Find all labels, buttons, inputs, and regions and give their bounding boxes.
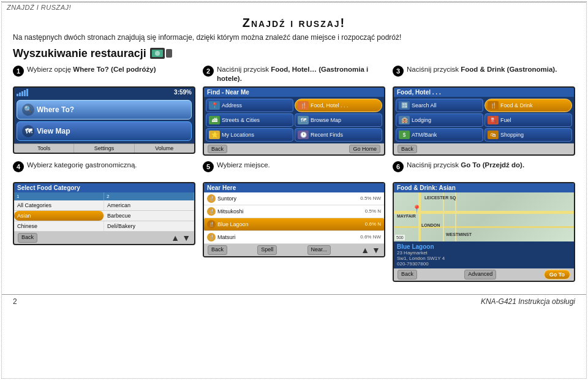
screen5-near-btn[interactable]: Near...: [307, 245, 331, 255]
barbecue-cell[interactable]: Barbecue: [104, 211, 194, 221]
where-to-btn[interactable]: 🔍 Where To?: [17, 100, 192, 120]
screen3-title: Food, Hotel . . .: [394, 88, 574, 97]
near-row-4[interactable]: 🍴 Matsuri 0.6% NW: [204, 231, 384, 244]
view-map-icon: 🗺: [22, 125, 34, 137]
screen-1: 3:59% 🔍 Where To? 🗺 View Map Tools: [13, 86, 195, 154]
go-to-btn[interactable]: Go To: [544, 270, 570, 279]
step-1-text: Wybierz opcję Where To? (Cel podróży): [27, 65, 156, 75]
map-scale: 500: [395, 235, 405, 240]
screen2-go-home-btn[interactable]: Go Home: [349, 145, 380, 153]
step-3-num: 3: [393, 66, 404, 77]
fuel-icon: ⛽: [488, 116, 499, 124]
map-label-westminster: WESTMINST: [446, 232, 472, 237]
svg-point-3: [155, 51, 160, 56]
recent-finds-icon: 🕐: [298, 131, 309, 139]
screen4-scroll-up[interactable]: ▲: [171, 233, 179, 243]
deli-bakery-cell[interactable]: Deli/Bakery: [104, 221, 194, 231]
settings-btn[interactable]: Settings: [74, 144, 134, 153]
my-locations-btn[interactable]: ⭐ My Locations: [206, 128, 293, 142]
lodging-btn[interactable]: 🏨 Lodging: [396, 113, 483, 127]
view-map-btn[interactable]: 🗺 View Map: [17, 121, 192, 141]
cat-row-1: All Categories American: [14, 200, 194, 211]
near-icon-4: 🍴: [207, 233, 216, 241]
screen4-back-btn[interactable]: Back: [18, 233, 37, 243]
lodging-icon: 🏨: [399, 116, 410, 124]
screen6-back-btn[interactable]: Back: [398, 270, 417, 279]
main-content: Znajdź i ruszaj! Na następnych dwóch str…: [2, 12, 586, 292]
volume-btn[interactable]: Volume: [135, 144, 194, 153]
screen1-toolbar: Tools Settings Volume: [14, 143, 194, 153]
step-6: 6 Naciśnij przycisk Go To (Przejdź do). …: [393, 161, 575, 282]
fuel-btn[interactable]: ⛽ Fuel: [484, 113, 572, 127]
screen5-scroll-up[interactable]: ▲: [361, 245, 369, 255]
step-4-num: 4: [13, 161, 24, 172]
intro-text: Na następnych dwóch stronach znajdują si…: [13, 32, 575, 43]
chinese-cell[interactable]: Chinese: [14, 221, 104, 231]
step-6-num: 6: [393, 161, 404, 172]
near-icon-1: 🍴: [207, 194, 216, 203]
place-address1: 23 Haymarket: [397, 250, 571, 256]
gps-icon: [150, 47, 172, 61]
map-label-london: LONDON: [421, 223, 440, 227]
page-footer: 2 KNA-G421 Instrukcja obsługi: [2, 294, 586, 307]
asian-cell[interactable]: Asian: [14, 211, 104, 221]
american-cell[interactable]: American: [104, 200, 194, 210]
recent-finds-btn[interactable]: 🕐 Recent Finds: [295, 128, 382, 142]
screen5-bottom: Back Spell Near... ▲ ▼: [204, 244, 384, 256]
browse-map-icon: 🗺: [298, 116, 309, 124]
footer-page-number: 2: [13, 297, 17, 306]
svg-rect-1: [166, 49, 172, 58]
step-5-text: Wybierz miejsce.: [217, 161, 270, 170]
screen-3: Food, Hotel . . . 🔡 Search All 🍴 Food & …: [393, 86, 575, 156]
search-all-btn[interactable]: 🔡 Search All: [396, 99, 483, 112]
screen3-bottom: Back: [394, 143, 574, 154]
screen5-back-btn[interactable]: Back: [208, 245, 227, 255]
cat-row-3: Chinese Deli/Bakery: [14, 221, 194, 232]
screen6-advanced-btn[interactable]: Advanced: [464, 270, 496, 279]
near-icon-2: 🍴: [207, 207, 216, 216]
near-row-1[interactable]: 🍴 Suntory 0.5% NW: [204, 192, 384, 205]
time-display: 3:59%: [174, 89, 192, 96]
step-6-text: Naciśnij przycisk Go To (Przejdź do).: [407, 161, 524, 170]
screen4-scroll-down[interactable]: ▼: [182, 233, 190, 243]
screen2-back-btn[interactable]: Back: [208, 145, 227, 153]
all-categories-cell[interactable]: All Categories: [14, 200, 104, 210]
place-phone: 020-79307800: [397, 261, 571, 267]
atm-bank-btn[interactable]: $ ATM/Bank: [396, 128, 483, 142]
place-name: Blue Lagoon: [397, 243, 571, 250]
near-row-2[interactable]: 🍴 Mitsukoshi 0.5% N: [204, 205, 384, 218]
screen2-grid: 📍 Address 🍴 Food, Hotel . . . 🏙 Streets …: [204, 97, 384, 143]
screen6-title: Food & Drink: Asian: [394, 183, 574, 192]
screen5-spell-btn[interactable]: Spell: [257, 245, 277, 255]
cat-row-2: Asian Barbecue: [14, 211, 194, 221]
step-4: 4 Wybierz kategorię gastronomiczną. Sele…: [13, 161, 195, 282]
screen4-title: Select Food Category: [14, 183, 194, 192]
screen-5: Near Here 🍴 Suntory 0.5% NW 🍴 Mitsukoshi…: [203, 182, 385, 257]
footer-model: KNA-G421 Instrukcja obsługi: [481, 297, 575, 306]
place-address2: Sw1, London SW1Y 4: [397, 256, 571, 261]
step-4-text: Wybierz kategorię gastronomiczną.: [27, 161, 137, 170]
step-5-num: 5: [203, 161, 214, 172]
page-wrapper: ZNAJDŹ I RUSZAJ! Znajdź i ruszaj! Na nas…: [1, 1, 587, 379]
where-to-icon: 🔍: [22, 104, 34, 116]
browse-map-btn[interactable]: 🗺 Browse Map: [295, 113, 382, 127]
screen-6: Food & Drink: Asian LEICESTER SQ MAYFAIR…: [393, 182, 575, 282]
my-locations-icon: ⭐: [209, 131, 220, 139]
screen3-back-btn[interactable]: Back: [398, 145, 417, 153]
shopping-btn[interactable]: 🛍 Shopping: [484, 128, 572, 142]
food-hotel-btn[interactable]: 🍴 Food, Hotel . . .: [295, 99, 382, 112]
screen2-title: Find - Near Me: [204, 88, 384, 97]
section-title-text: Wyszukiwanie restauracji: [13, 47, 146, 60]
search-all-icon: 🔡: [399, 101, 410, 110]
streets-btn[interactable]: 🏙 Streets & Cities: [206, 113, 293, 127]
screen5-scroll-down[interactable]: ▼: [372, 245, 380, 255]
atm-icon: $: [399, 131, 410, 139]
tools-btn[interactable]: Tools: [14, 144, 74, 153]
address-btn[interactable]: 📍 Address: [206, 99, 293, 112]
screen3-food-grid: 🔡 Search All 🍴 Food & Drink 🏨 Lodging: [394, 97, 574, 143]
food-drink-btn[interactable]: 🍴 Food & Drink: [484, 99, 572, 112]
food-hotel-icon: 🍴: [298, 101, 309, 110]
step-2: 2 Naciśnij przycisk Food, Hotel… (Gastro…: [203, 65, 385, 156]
map-label-mayfair: MAYFAIR: [397, 214, 416, 218]
near-row-3[interactable]: 🍴 Blue Lagoon 0.6% N: [204, 218, 384, 231]
